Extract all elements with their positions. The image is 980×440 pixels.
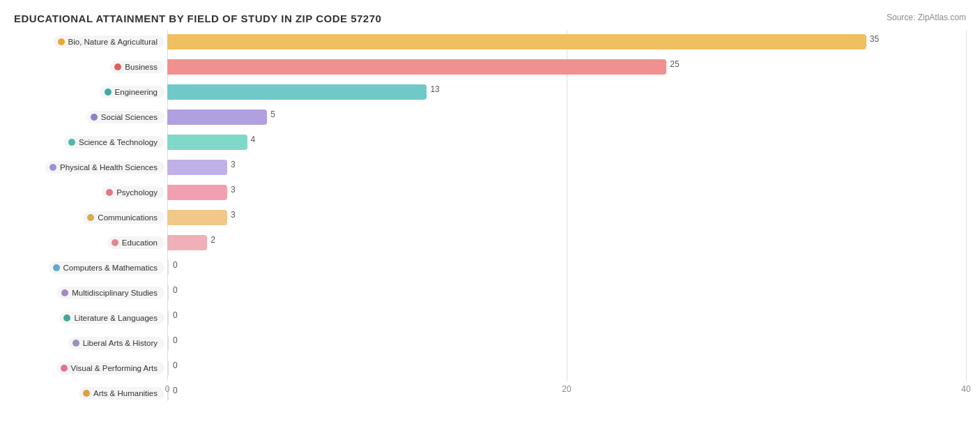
bar-fill: 0: [167, 361, 169, 376]
bar-dot: [68, 139, 75, 146]
bar-label-text: Computers & Mathematics: [63, 264, 158, 272]
bar-label-text: Bio, Nature & Agricultural: [68, 38, 158, 46]
bar-dot: [58, 38, 65, 45]
bar-row: Visual & Performing Arts0: [14, 356, 966, 380]
bar-track: 0: [167, 361, 966, 376]
bar-row: Multidisciplinary Studies0: [14, 281, 966, 305]
bar-fill: 0: [167, 285, 169, 301]
bar-label-text: Psychology: [116, 188, 158, 197]
bar-label-text: Social Sciences: [101, 113, 158, 121]
bar-track: 3: [167, 160, 966, 175]
bar-label-text: Literature & Languages: [74, 314, 158, 322]
bar-track: 0: [167, 310, 966, 326]
bar-row: Science & Technology4: [14, 130, 966, 154]
bar-track: 0: [167, 260, 966, 275]
bar-fill: 5: [167, 109, 267, 125]
bar-value-label: 3: [231, 185, 236, 195]
x-axis-tick: 20: [562, 384, 571, 394]
bar-label: Physical & Health Sciences: [14, 161, 167, 174]
bar-dot: [61, 289, 68, 296]
bar-dot: [53, 264, 60, 271]
bar-dot: [114, 63, 121, 70]
bar-label-pill: Bio, Nature & Agricultural: [54, 36, 164, 48]
bar-value-label: 3: [231, 210, 236, 220]
bar-row: Education2: [14, 231, 966, 255]
bar-label: Education: [14, 236, 167, 249]
bar-value-label: 0: [173, 361, 178, 370]
bar-dot: [105, 89, 112, 96]
bar-row: Social Sciences5: [14, 105, 966, 129]
bar-label-text: Engineering: [115, 88, 158, 96]
bar-label: Multidisciplinary Studies: [14, 287, 167, 299]
bar-track: 4: [167, 135, 966, 150]
bar-fill: 4: [167, 135, 247, 150]
bar-track: 2: [167, 235, 966, 250]
bar-value-label: 0: [173, 310, 178, 320]
bar-fill: 0: [167, 335, 169, 351]
bar-label: Psychology: [14, 186, 167, 199]
bar-label-pill: Arts & Humanities: [79, 387, 164, 400]
bar-dot: [91, 114, 98, 121]
bar-fill: 2: [167, 235, 207, 250]
bar-label-pill: Literature & Languages: [59, 312, 164, 324]
x-axis-tick: 0: [165, 384, 170, 394]
bar-row: Liberal Arts & History0: [14, 331, 966, 355]
bar-value-label: 2: [210, 235, 215, 245]
bar-track: 25: [167, 59, 966, 75]
bars-section: Bio, Nature & Agricultural35Business25En…: [14, 30, 966, 381]
bar-label-text: Business: [125, 63, 158, 71]
bar-label: Visual & Performing Arts: [14, 362, 167, 374]
bar-fill: 0: [167, 310, 169, 326]
bar-fill: 3: [167, 185, 227, 200]
bar-fill: 35: [167, 34, 866, 50]
bar-label-text: Arts & Humanities: [93, 389, 158, 397]
grid-line: [966, 30, 967, 381]
bar-fill: 0: [167, 260, 169, 275]
bar-label-text: Science & Technology: [79, 138, 158, 146]
bar-label-text: Multidisciplinary Studies: [72, 289, 158, 297]
bar-fill: 13: [167, 84, 427, 100]
bar-value-label: 13: [430, 84, 439, 94]
bar-label-text: Visual & Performing Arts: [71, 364, 158, 372]
bar-dot: [106, 189, 113, 196]
bar-label-text: Education: [122, 238, 158, 247]
chart-container: EDUCATIONAL ATTAINMENT BY FIELD OF STUDY…: [0, 0, 980, 440]
bar-dot: [49, 164, 56, 171]
bar-track: 0: [167, 335, 966, 351]
bar-value-label: 35: [870, 34, 879, 44]
bar-label-text: Liberal Arts & History: [83, 339, 158, 347]
bar-track: 13: [167, 84, 966, 100]
bar-dot: [72, 340, 79, 347]
bar-label-pill: Education: [107, 236, 164, 249]
bar-label-pill: Communications: [83, 211, 164, 224]
x-axis: 02040: [167, 381, 966, 402]
bar-value-label: 5: [270, 109, 275, 119]
bar-fill: 3: [167, 210, 227, 225]
x-axis-tick: 40: [961, 384, 970, 394]
bar-label-pill: Science & Technology: [64, 136, 164, 149]
bar-track: 5: [167, 109, 966, 125]
bar-label: Literature & Languages: [14, 312, 167, 324]
bar-label-pill: Social Sciences: [86, 111, 164, 123]
bar-label-pill: Computers & Mathematics: [49, 261, 165, 274]
bar-label: Liberal Arts & History: [14, 337, 167, 349]
bar-row: Computers & Mathematics0: [14, 256, 966, 280]
bar-value-label: 0: [173, 260, 178, 270]
chart-title: EDUCATIONAL ATTAINMENT BY FIELD OF STUDY…: [14, 13, 966, 24]
bar-label-pill: Business: [110, 61, 164, 73]
bar-label-pill: Multidisciplinary Studies: [57, 287, 164, 299]
chart-area: Bio, Nature & Agricultural35Business25En…: [14, 30, 966, 402]
chart-source: Source: ZipAtlas.com: [887, 13, 966, 22]
bar-dot: [63, 314, 70, 321]
bar-fill: 25: [167, 59, 666, 75]
bar-row: Psychology3: [14, 181, 966, 204]
bar-value-label: 0: [173, 335, 178, 345]
bar-label-text: Communications: [98, 213, 158, 222]
bar-row: Physical & Health Sciences3: [14, 155, 966, 179]
bar-label: Arts & Humanities: [14, 387, 167, 400]
bar-dot: [87, 214, 94, 221]
bar-label-text: Physical & Health Sciences: [60, 163, 158, 172]
bar-dot: [61, 365, 68, 372]
bar-label-pill: Psychology: [102, 186, 164, 199]
bar-value-label: 25: [670, 59, 679, 69]
